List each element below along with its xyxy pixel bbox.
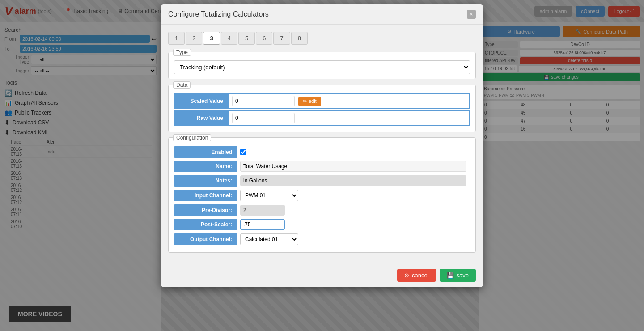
pre-divisor-label: Pre-Divisor:	[174, 204, 237, 216]
cancel-button[interactable]: ⊗ cancel	[397, 269, 436, 282]
data-section-inner: Scaled Value ✏ edit Raw Value	[174, 93, 470, 126]
notes-input[interactable]	[240, 175, 466, 186]
configuration-section: Configuration Enabled Name:	[168, 137, 476, 253]
scaled-value-row: Scaled Value ✏ edit	[174, 93, 470, 109]
tab-bar: 12345678	[168, 32, 476, 45]
tab-3[interactable]: 3	[203, 32, 220, 45]
output-channel-value: Calculated 01 Calculated 02 Calculated 0…	[237, 233, 470, 246]
cancel-icon: ⊗	[404, 272, 409, 279]
input-channel-value: PWM 01 PWM 02 PWM 03 PWM 04	[237, 189, 470, 202]
scaled-value-cell: ✏ edit	[229, 94, 469, 108]
input-channel-label: Input Channel:	[174, 190, 237, 201]
tab-8[interactable]: 8	[291, 32, 308, 45]
post-scaler-input[interactable]	[240, 219, 285, 230]
modal-header: Configure Totalizing Calculators ×	[161, 4, 483, 25]
modal-title: Configure Totalizing Calculators	[168, 10, 269, 18]
output-channel-row: Output Channel: Calculated 01 Calculated…	[174, 233, 470, 246]
tab-6[interactable]: 6	[256, 32, 272, 45]
raw-value-input[interactable]	[232, 113, 295, 123]
notes-value	[237, 174, 470, 187]
post-scaler-row: Post-Scaler:	[174, 218, 470, 231]
raw-value-row: Raw Value	[174, 110, 470, 126]
save-icon: 💾	[447, 272, 454, 279]
save-button[interactable]: 💾 save	[440, 269, 476, 282]
config-table: Enabled Name: Notes:	[174, 146, 470, 246]
input-channel-row: Input Channel: PWM 01 PWM 02 PWM 03 PWM …	[174, 189, 470, 202]
enabled-value	[237, 146, 470, 158]
edit-scaled-value-button[interactable]: ✏ edit	[298, 97, 321, 106]
config-section-legend: Configuration	[173, 134, 211, 141]
pre-divisor-value	[237, 204, 470, 216]
notes-label: Notes:	[174, 175, 237, 187]
tab-4[interactable]: 4	[221, 32, 237, 45]
name-row: Name:	[174, 160, 470, 173]
tab-2[interactable]: 2	[186, 32, 202, 45]
type-select[interactable]: Tracking (default)TotalizingAverageMinim…	[174, 60, 470, 74]
raw-value-cell	[229, 111, 469, 125]
pre-divisor-row: Pre-Divisor:	[174, 204, 470, 216]
modal-footer: ⊗ cancel 💾 save	[161, 265, 483, 287]
output-channel-label: Output Channel:	[174, 233, 237, 245]
scaled-value-input[interactable]	[232, 96, 295, 106]
tab-5[interactable]: 5	[238, 32, 255, 45]
pre-divisor-input[interactable]	[240, 205, 285, 216]
post-scaler-value	[237, 218, 470, 231]
notes-row: Notes:	[174, 174, 470, 187]
data-section-legend: Data	[173, 81, 191, 89]
modal-overlay: Configure Totalizing Calculators × 12345…	[0, 0, 644, 331]
configure-calculators-modal: Configure Totalizing Calculators × 12345…	[161, 4, 483, 287]
output-channel-select[interactable]: Calculated 01 Calculated 02 Calculated 0…	[240, 233, 298, 245]
type-section: Type Tracking (default)TotalizingAverage…	[168, 52, 476, 79]
scaled-value-label: Scaled Value	[174, 94, 228, 108]
modal-body: 12345678 Type Tracking (default)Totalizi…	[161, 25, 483, 265]
tab-7[interactable]: 7	[273, 32, 290, 45]
tab-1[interactable]: 1	[168, 32, 185, 45]
edit-icon: ✏	[303, 98, 307, 104]
enabled-row: Enabled	[174, 146, 470, 158]
post-scaler-label: Post-Scaler:	[174, 219, 237, 230]
input-channel-select[interactable]: PWM 01 PWM 02 PWM 03 PWM 04	[240, 190, 298, 201]
data-section: Data Scaled Value ✏ edit Raw Va	[168, 85, 476, 132]
type-section-legend: Type	[173, 49, 191, 56]
name-value	[237, 160, 470, 173]
raw-value-label: Raw Value	[174, 111, 228, 125]
name-input[interactable]	[240, 161, 466, 172]
name-label: Name:	[174, 161, 237, 172]
modal-close-button[interactable]: ×	[467, 10, 476, 19]
enabled-label: Enabled	[174, 146, 237, 158]
enabled-checkbox[interactable]	[240, 149, 246, 155]
